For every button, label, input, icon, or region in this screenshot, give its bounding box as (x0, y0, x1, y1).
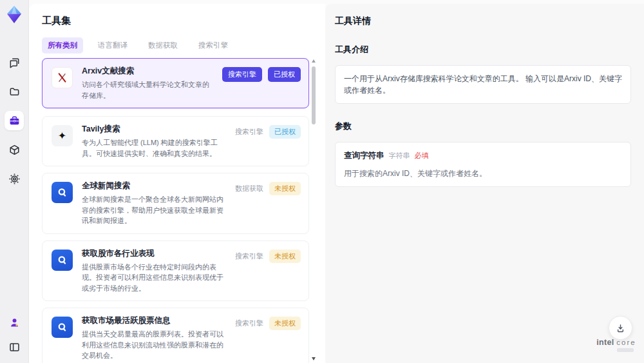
auth-status-chip[interactable]: 已授权 (268, 67, 301, 82)
tool-list-panel: 工具集 所有类别 语言翻译 数据获取 搜索引擎 Arxiv文献搜索 访问各个研究… (29, 4, 325, 363)
tool-card-sector-performance[interactable]: 获取股市各行业表现 提供股票市场各个行业在特定时间段内的表现。投资者可以利用这些… (42, 240, 309, 302)
download-button[interactable] (609, 316, 632, 340)
tool-list: Arxiv文献搜索 访问各个研究领域大量科学论文和文章的存储库。 搜索引擎 已授… (42, 58, 309, 363)
folder-icon (8, 86, 21, 98)
tool-name: 获取股市各行业表现 (82, 248, 226, 259)
tab-search-engine[interactable]: 搜索引擎 (193, 37, 234, 54)
auth-status-chip[interactable]: 未授权 (269, 182, 301, 195)
tool-name: Tavily搜索 (82, 124, 226, 135)
tool-card-tavily[interactable]: ✦ Tavily搜索 专为人工智能代理 (LLM) 构建的搜索引擎工具。可快速提… (42, 116, 309, 166)
param-type: 字符串 (389, 150, 410, 161)
arxiv-logo-icon (52, 67, 73, 88)
tool-description: 提供股票市场各个行业在特定时间段内的表现。投资者可以利用这些信息来识别表现优于或… (82, 262, 226, 294)
category-label: 搜索引擎 (235, 319, 263, 328)
category-label: 搜索引擎 (235, 251, 263, 261)
app-logo-icon (5, 5, 23, 25)
param-box: 查询字符串 字符串 必填 用于搜索的Arxiv ID、关键字或作者姓名。 (335, 142, 631, 187)
toolbox-icon (8, 115, 21, 127)
scrollbar-thumb[interactable] (312, 66, 316, 124)
download-icon (615, 322, 626, 333)
search-app-icon (52, 317, 73, 338)
category-tabs: 所有类别 语言翻译 数据获取 搜索引擎 (42, 37, 325, 54)
tool-name: 全球新闻搜索 (82, 181, 226, 191)
tool-name: Arxiv文献搜索 (82, 66, 213, 77)
params-heading: 参数 (335, 121, 631, 132)
sidebar-item-files[interactable] (5, 82, 24, 101)
tab-data-fetch[interactable]: 数据获取 (142, 37, 184, 54)
sidebar-item-chat[interactable] (5, 53, 24, 72)
auth-status-chip[interactable]: 已授权 (269, 125, 301, 139)
user-avatar-icon (8, 317, 21, 329)
tool-card-global-news[interactable]: 全球新闻搜索 全球新闻搜索是一个聚合全球各大新闻网站内容的搜索引擎，帮助用户快速… (42, 173, 309, 234)
chat-icon (8, 57, 21, 69)
sidebar-item-packages[interactable] (5, 140, 24, 159)
intro-heading: 工具介绍 (335, 44, 631, 55)
search-app-icon (52, 182, 73, 203)
intel-wordmark: intel (596, 338, 614, 347)
intel-core-logo: intel core (594, 338, 639, 347)
page-title: 工具集 (42, 15, 325, 27)
sidebar-collapse-toggle[interactable] (5, 337, 24, 357)
tool-description: 全球新闻搜索是一个聚合全球各大新闻网站内容的搜索引擎，帮助用户快速获取全球最新资… (82, 194, 226, 226)
tool-card-arxiv[interactable]: Arxiv文献搜索 访问各个研究领域大量科学论文和文章的存储库。 搜索引擎 已授… (42, 58, 309, 108)
gear-icon (8, 173, 21, 185)
search-app-icon (52, 250, 73, 271)
tavily-star-icon: ✦ (52, 125, 73, 146)
category-label: 数据获取 (235, 184, 263, 193)
tool-description: 专为人工智能代理 (LLM) 构建的搜索引擎工具。可快速提供实时、准确和真实的结… (82, 137, 226, 159)
tool-detail-panel: 工具详情 工具介绍 一个用于从Arxiv存储库搜索科学论文和文章的工具。 输入可… (325, 4, 644, 363)
tool-name: 获取市场最活跃股票信息 (82, 315, 226, 326)
tab-all-categories[interactable]: 所有类别 (42, 37, 83, 54)
detail-panel-title: 工具详情 (335, 15, 631, 27)
intro-box: 一个用于从Arxiv存储库搜索科学论文和文章的工具。 输入可以是Arxiv ID… (335, 65, 631, 104)
sidebar (0, 0, 29, 363)
category-chip: 搜索引擎 (222, 67, 262, 82)
scroll-up-arrow[interactable] (312, 59, 316, 63)
category-label: 搜索引擎 (235, 127, 263, 137)
core-wordmark: core (616, 338, 636, 346)
intel-core-sub-badge (617, 348, 634, 352)
tool-description: 提供当天交易量最高的股票列表。投资者可以利用这些信息来识别流动性强的股票和潜在的… (82, 329, 226, 361)
param-description: 用于搜索的Arxiv ID、关键字或作者姓名。 (344, 168, 622, 179)
param-name: 查询字符串 (344, 150, 384, 162)
sidebar-item-settings[interactable] (5, 169, 24, 188)
sidebar-item-account[interactable] (5, 313, 24, 332)
cube-icon (8, 144, 21, 156)
list-scrollbar[interactable] (311, 58, 316, 363)
tool-card-most-active-stocks[interactable]: 获取市场最活跃股票信息 提供当天交易量最高的股票列表。投资者可以利用这些信息来识… (42, 308, 309, 363)
auth-status-chip[interactable]: 未授权 (269, 250, 301, 263)
auth-status-chip[interactable]: 未授权 (269, 317, 301, 330)
scroll-down-arrow[interactable] (312, 357, 316, 360)
panel-toggle-icon (8, 341, 21, 353)
tab-translation[interactable]: 语言翻译 (92, 37, 133, 54)
param-required-badge: 必填 (415, 150, 429, 161)
tool-description: 访问各个研究领域大量科学论文和文章的存储库。 (82, 79, 213, 101)
sidebar-item-tools[interactable] (5, 111, 24, 130)
